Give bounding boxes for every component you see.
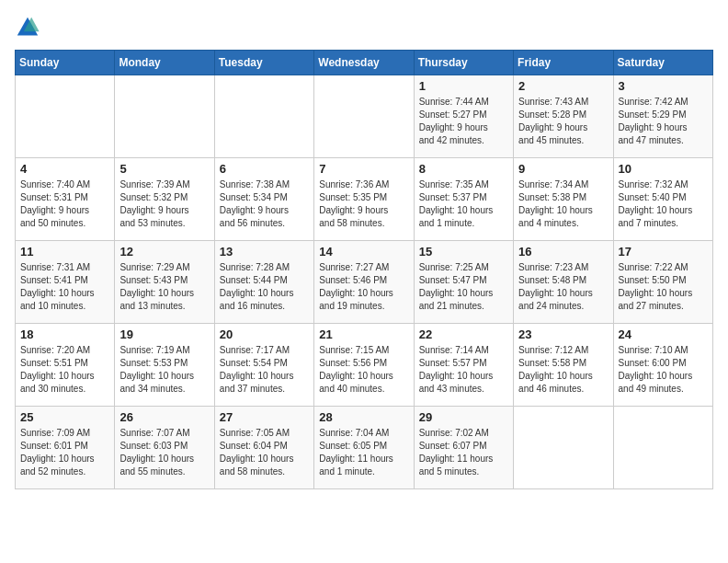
- day-number: 29: [419, 410, 508, 424]
- calendar-cell: 17Sunrise: 7:22 AM Sunset: 5:50 PM Dayli…: [613, 241, 712, 324]
- day-info: Sunrise: 7:02 AM Sunset: 6:07 PM Dayligh…: [419, 427, 508, 478]
- calendar-cell: 10Sunrise: 7:32 AM Sunset: 5:40 PM Dayli…: [613, 158, 712, 241]
- calendar-cell: 14Sunrise: 7:27 AM Sunset: 5:46 PM Dayli…: [314, 241, 414, 324]
- calendar-cell: [314, 75, 414, 158]
- day-info: Sunrise: 7:14 AM Sunset: 5:57 PM Dayligh…: [419, 344, 508, 396]
- calendar-cell: [613, 407, 712, 489]
- day-number: 12: [119, 245, 209, 259]
- calendar-cell: 9Sunrise: 7:34 AM Sunset: 5:38 PM Daylig…: [514, 158, 613, 241]
- day-number: 20: [220, 327, 309, 341]
- day-info: Sunrise: 7:31 AM Sunset: 5:41 PM Dayligh…: [20, 261, 109, 313]
- day-info: Sunrise: 7:15 AM Sunset: 5:56 PM Dayligh…: [319, 344, 408, 396]
- day-number: 14: [319, 245, 408, 259]
- calendar-cell: 23Sunrise: 7:12 AM Sunset: 5:58 PM Dayli…: [514, 324, 613, 407]
- calendar-cell: 13Sunrise: 7:28 AM Sunset: 5:44 PM Dayli…: [214, 241, 313, 324]
- day-info: Sunrise: 7:44 AM Sunset: 5:27 PM Dayligh…: [419, 96, 508, 147]
- calendar-cell: 22Sunrise: 7:14 AM Sunset: 5:57 PM Dayli…: [414, 324, 513, 407]
- day-number: 28: [319, 410, 408, 424]
- day-number: 5: [119, 162, 209, 176]
- day-info: Sunrise: 7:12 AM Sunset: 5:58 PM Dayligh…: [518, 344, 608, 396]
- day-info: Sunrise: 7:29 AM Sunset: 5:43 PM Dayligh…: [119, 261, 209, 313]
- day-number: 2: [518, 79, 608, 93]
- day-number: 13: [220, 245, 309, 259]
- day-info: Sunrise: 7:23 AM Sunset: 5:48 PM Dayligh…: [518, 261, 608, 313]
- day-info: Sunrise: 7:34 AM Sunset: 5:38 PM Dayligh…: [518, 178, 608, 230]
- weekday-header-tuesday: Tuesday: [214, 51, 313, 75]
- calendar-cell: 21Sunrise: 7:15 AM Sunset: 5:56 PM Dayli…: [314, 324, 414, 407]
- day-number: 17: [619, 245, 708, 259]
- calendar-cell: 4Sunrise: 7:40 AM Sunset: 5:31 PM Daylig…: [16, 158, 115, 241]
- day-info: Sunrise: 7:10 AM Sunset: 6:00 PM Dayligh…: [619, 344, 708, 396]
- calendar-cell: [214, 75, 313, 158]
- day-number: 11: [20, 245, 109, 259]
- day-info: Sunrise: 7:36 AM Sunset: 5:35 PM Dayligh…: [319, 178, 408, 230]
- calendar-cell: 27Sunrise: 7:05 AM Sunset: 6:04 PM Dayli…: [214, 407, 313, 489]
- calendar-cell: 29Sunrise: 7:02 AM Sunset: 6:07 PM Dayli…: [414, 407, 513, 489]
- day-info: Sunrise: 7:17 AM Sunset: 5:54 PM Dayligh…: [220, 344, 309, 396]
- calendar-cell: 28Sunrise: 7:04 AM Sunset: 6:05 PM Dayli…: [314, 407, 414, 489]
- day-number: 4: [20, 162, 109, 176]
- day-number: 19: [119, 327, 209, 341]
- day-number: 7: [319, 162, 408, 176]
- calendar-cell: 3Sunrise: 7:42 AM Sunset: 5:29 PM Daylig…: [613, 75, 712, 158]
- day-info: Sunrise: 7:39 AM Sunset: 5:32 PM Dayligh…: [119, 178, 209, 230]
- day-info: Sunrise: 7:40 AM Sunset: 5:31 PM Dayligh…: [20, 178, 109, 230]
- day-number: 24: [619, 327, 708, 341]
- day-info: Sunrise: 7:38 AM Sunset: 5:34 PM Dayligh…: [220, 178, 309, 230]
- day-number: 27: [220, 410, 309, 424]
- weekday-header-friday: Friday: [514, 51, 613, 75]
- calendar-cell: 7Sunrise: 7:36 AM Sunset: 5:35 PM Daylig…: [314, 158, 414, 241]
- weekday-header-saturday: Saturday: [613, 51, 712, 75]
- calendar-cell: 2Sunrise: 7:43 AM Sunset: 5:28 PM Daylig…: [514, 75, 613, 158]
- calendar-cell: 6Sunrise: 7:38 AM Sunset: 5:34 PM Daylig…: [214, 158, 313, 241]
- day-info: Sunrise: 7:22 AM Sunset: 5:50 PM Dayligh…: [619, 261, 708, 313]
- logo-icon: [15, 15, 40, 40]
- page-header: [15, 15, 713, 40]
- day-number: 18: [20, 327, 109, 341]
- calendar-cell: 25Sunrise: 7:09 AM Sunset: 6:01 PM Dayli…: [16, 407, 115, 489]
- day-info: Sunrise: 7:43 AM Sunset: 5:28 PM Dayligh…: [518, 96, 608, 147]
- calendar-cell: 8Sunrise: 7:35 AM Sunset: 5:37 PM Daylig…: [414, 158, 513, 241]
- calendar-cell: 16Sunrise: 7:23 AM Sunset: 5:48 PM Dayli…: [514, 241, 613, 324]
- day-info: Sunrise: 7:07 AM Sunset: 6:03 PM Dayligh…: [119, 427, 209, 478]
- calendar-cell: 24Sunrise: 7:10 AM Sunset: 6:00 PM Dayli…: [613, 324, 712, 407]
- day-number: 22: [419, 327, 508, 341]
- day-number: 9: [518, 162, 608, 176]
- calendar-cell: 15Sunrise: 7:25 AM Sunset: 5:47 PM Dayli…: [414, 241, 513, 324]
- day-number: 25: [20, 410, 109, 424]
- calendar-cell: 19Sunrise: 7:19 AM Sunset: 5:53 PM Dayli…: [115, 324, 214, 407]
- day-info: Sunrise: 7:25 AM Sunset: 5:47 PM Dayligh…: [419, 261, 508, 313]
- logo: [15, 15, 44, 40]
- day-info: Sunrise: 7:20 AM Sunset: 5:51 PM Dayligh…: [20, 344, 109, 396]
- day-info: Sunrise: 7:05 AM Sunset: 6:04 PM Dayligh…: [220, 427, 309, 478]
- day-info: Sunrise: 7:32 AM Sunset: 5:40 PM Dayligh…: [619, 178, 708, 230]
- day-info: Sunrise: 7:27 AM Sunset: 5:46 PM Dayligh…: [319, 261, 408, 313]
- day-number: 10: [619, 162, 708, 176]
- calendar-cell: 18Sunrise: 7:20 AM Sunset: 5:51 PM Dayli…: [16, 324, 115, 407]
- day-info: Sunrise: 7:35 AM Sunset: 5:37 PM Dayligh…: [419, 178, 508, 230]
- day-number: 3: [619, 79, 708, 93]
- calendar-table: SundayMondayTuesdayWednesdayThursdayFrid…: [15, 50, 713, 489]
- calendar-cell: 11Sunrise: 7:31 AM Sunset: 5:41 PM Dayli…: [16, 241, 115, 324]
- day-info: Sunrise: 7:42 AM Sunset: 5:29 PM Dayligh…: [619, 96, 708, 147]
- calendar-cell: 20Sunrise: 7:17 AM Sunset: 5:54 PM Dayli…: [214, 324, 313, 407]
- day-number: 15: [419, 245, 508, 259]
- day-info: Sunrise: 7:09 AM Sunset: 6:01 PM Dayligh…: [20, 427, 109, 478]
- calendar-cell: 26Sunrise: 7:07 AM Sunset: 6:03 PM Dayli…: [115, 407, 214, 489]
- calendar-cell: [514, 407, 613, 489]
- day-info: Sunrise: 7:19 AM Sunset: 5:53 PM Dayligh…: [119, 344, 209, 396]
- day-number: 21: [319, 327, 408, 341]
- day-number: 8: [419, 162, 508, 176]
- day-number: 16: [518, 245, 608, 259]
- calendar-cell: [16, 75, 115, 158]
- day-info: Sunrise: 7:04 AM Sunset: 6:05 PM Dayligh…: [319, 427, 408, 478]
- calendar-cell: 5Sunrise: 7:39 AM Sunset: 5:32 PM Daylig…: [115, 158, 214, 241]
- day-number: 23: [518, 327, 608, 341]
- day-number: 6: [220, 162, 309, 176]
- weekday-header-monday: Monday: [115, 51, 214, 75]
- calendar-cell: 1Sunrise: 7:44 AM Sunset: 5:27 PM Daylig…: [414, 75, 513, 158]
- weekday-header-sunday: Sunday: [16, 51, 115, 75]
- calendar-cell: 12Sunrise: 7:29 AM Sunset: 5:43 PM Dayli…: [115, 241, 214, 324]
- day-number: 26: [119, 410, 209, 424]
- day-info: Sunrise: 7:28 AM Sunset: 5:44 PM Dayligh…: [220, 261, 309, 313]
